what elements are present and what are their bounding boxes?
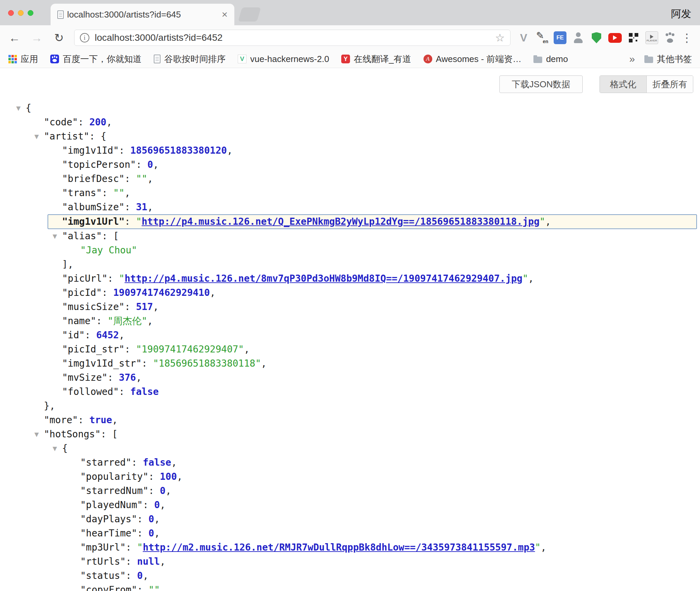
json-token: : [132, 457, 143, 468]
tab-title: localhost:3000/artists?id=645 [67, 9, 218, 20]
collapse-all-button[interactable]: 折叠所有 [646, 76, 693, 93]
profile-name[interactable]: 阿发 [671, 7, 691, 21]
json-line: "img1v1Url": "http://p4.music.126.net/Q_… [0, 214, 700, 229]
json-token: "mp3Url" [80, 542, 126, 553]
close-window-button[interactable] [8, 10, 14, 16]
json-token: : [148, 471, 160, 482]
json-token: , [153, 301, 159, 312]
json-line: ▼"alias": [ [0, 229, 700, 243]
json-line: "starredNum": 0, [0, 484, 700, 498]
other-bookmarks-folder[interactable]: 其他书签 [644, 53, 692, 65]
zoom-window-button[interactable] [28, 10, 33, 16]
json-token: "briefDesc" [62, 173, 124, 184]
view-mode-toggle: 格式化 折叠所有 [600, 75, 693, 93]
address-bar[interactable]: i localhost:3000/artists?id=6452 ☆ [74, 30, 511, 46]
json-line: "Jay Chou" [0, 243, 700, 257]
json-token: , [227, 145, 233, 156]
json-token: " [522, 273, 528, 284]
json-line: ▼"artist": { [0, 129, 700, 144]
json-token: "Jay Chou" [80, 245, 137, 256]
json-line: "dayPlays": 0, [0, 512, 700, 526]
download-json-button[interactable]: 下载JSON数据 [499, 75, 583, 93]
json-token: "artist" [44, 131, 89, 142]
bookmark-star-icon[interactable]: ☆ [495, 31, 505, 44]
browser-menu-icon[interactable]: ⋮ [681, 31, 693, 44]
json-token: "alias" [62, 230, 102, 242]
tab-close-icon[interactable]: × [222, 9, 228, 20]
json-token: "albumSize" [62, 201, 124, 213]
bookmark-item[interactable]: 谷歌按时间排序 [154, 53, 226, 65]
bookmark-item[interactable]: demo [533, 54, 568, 64]
json-token: : [102, 187, 113, 198]
paw-icon[interactable] [664, 31, 676, 44]
bookmark-label: demo [546, 54, 568, 64]
json-token: 0 [160, 485, 166, 496]
minimize-window-button[interactable] [18, 10, 24, 16]
json-token: "" [113, 187, 125, 198]
new-tab-button[interactable] [238, 7, 261, 22]
collapse-arrow-icon[interactable]: ▼ [53, 441, 57, 456]
json-token: "19097417462929407" [136, 344, 244, 355]
json-line: ▼"hotSongs": [ [0, 427, 700, 441]
json-url-link[interactable]: http://p4.music.126.net/8mv7qP30Pd3oHW8b… [124, 273, 522, 284]
collapse-arrow-icon[interactable]: ▼ [53, 229, 57, 243]
profile-person-icon[interactable] [572, 31, 585, 44]
json-token: "more" [44, 414, 78, 426]
bookmark-item[interactable]: Awesomes - 前端资… [424, 53, 522, 65]
json-line: "img1v1Id": 18569651883380120, [0, 144, 700, 158]
json-line: "rtUrls": null, [0, 555, 700, 569]
reload-icon[interactable]: ↻ [52, 31, 66, 44]
json-token: , [153, 159, 159, 170]
browser-tab[interactable]: localhost:3000/artists?id=645 × [51, 4, 234, 25]
json-token: 200 [89, 117, 107, 128]
json-url-link[interactable]: http://p4.music.126.net/Q_ExePNkmgB2yWyL… [142, 216, 539, 227]
json-url-link[interactable]: http://m2.music.126.net/RMJR7wDullRqppBk… [143, 542, 535, 553]
json-line: "hearTime": 0, [0, 526, 700, 540]
json-token: "hearTime" [80, 528, 137, 539]
json-token: "picId" [62, 287, 102, 298]
forward-icon[interactable]: → [30, 31, 44, 44]
json-token: : [126, 542, 137, 553]
format-button[interactable]: 格式化 [600, 76, 646, 93]
json-token: "hotSongs" [44, 429, 101, 440]
json-token: : [ [102, 230, 119, 242]
json-token: "img1v1Id_str" [62, 358, 142, 369]
json-token: "starred" [80, 457, 132, 468]
json-line: "id": 6452, [0, 328, 700, 342]
json-token: : [137, 584, 149, 591]
json-line: "trans": "", [0, 186, 700, 200]
bookmark-item[interactable]: vue-hackernews-2.0 [238, 54, 329, 64]
green-shield-icon[interactable] [590, 31, 603, 44]
bookmark-item[interactable]: 百度一下，你就知道 [50, 53, 142, 65]
collapse-arrow-icon[interactable]: ▼ [34, 427, 39, 441]
back-icon[interactable]: ← [7, 31, 22, 44]
fe-extension-icon[interactable] [554, 31, 566, 44]
bookmarks-right: » 其他书签 [629, 53, 692, 65]
video-player-icon[interactable] [645, 31, 658, 44]
navigation-bar: ← → ↻ i localhost:3000/artists?id=6452 ☆… [0, 25, 700, 50]
translate-en-icon[interactable] [535, 31, 548, 44]
json-token: 0 [148, 528, 154, 539]
page-info-icon[interactable]: i [80, 33, 89, 42]
json-line: "status": 0, [0, 569, 700, 583]
json-token: : [124, 344, 136, 355]
collapse-arrow-icon[interactable]: ▼ [34, 129, 39, 144]
v-extension-icon[interactable] [517, 31, 530, 44]
json-token: : [85, 330, 96, 341]
bookmark-item[interactable]: 应用 [8, 53, 38, 65]
bookmarks-overflow-icon[interactable]: » [629, 53, 635, 65]
json-token: , [112, 414, 118, 426]
bookmark-item[interactable]: 在线翻译_有道 [341, 53, 411, 65]
qr-code-icon[interactable] [627, 31, 640, 44]
json-token: , [261, 358, 267, 369]
collapse-arrow-icon[interactable]: ▼ [16, 101, 21, 115]
json-line: "more": true, [0, 413, 700, 427]
json-token: : [126, 570, 137, 581]
json-token: , [541, 542, 546, 553]
youtube-icon[interactable] [608, 33, 622, 43]
url-text[interactable]: localhost:3000/artists?id=6452 [95, 32, 223, 43]
json-token: "musicSize" [62, 301, 124, 312]
json-token: , [177, 471, 183, 482]
json-token: , [124, 187, 130, 198]
json-token: : [119, 386, 130, 397]
